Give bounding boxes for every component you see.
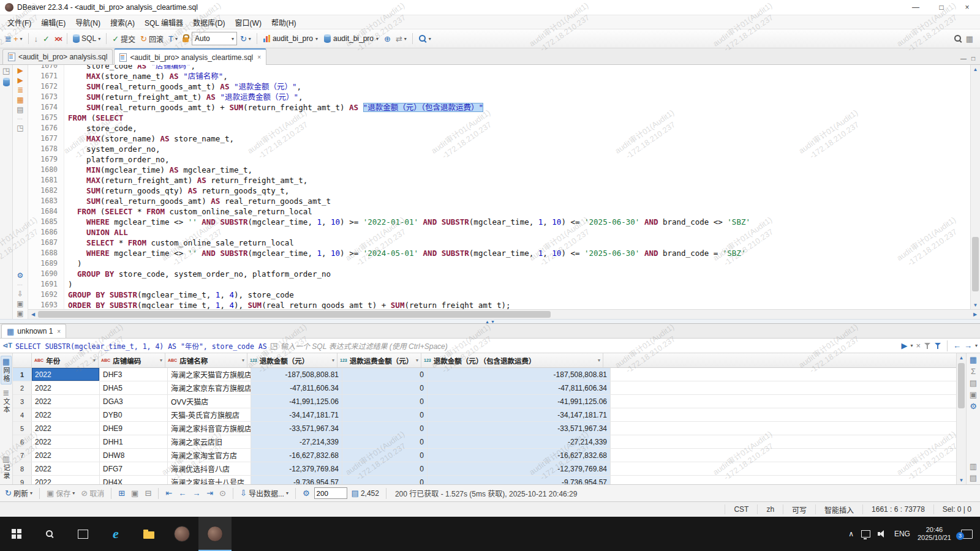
column-menu-icon[interactable]: ▾ <box>93 358 96 363</box>
scroll-down-icon[interactable]: ▼ <box>971 301 980 309</box>
grid-cell[interactable]: 2022 <box>32 381 100 394</box>
grid-cell[interactable]: 2022 <box>32 422 100 435</box>
duplicate-row-button[interactable]: ▣ <box>129 487 140 500</box>
editor-tab-0[interactable]: <audit_bi_pro> analysis.sql <box>2 49 113 64</box>
expand-filter-icon[interactable]: ◳ <box>270 342 277 350</box>
grid-cell[interactable]: 海澜之家天猫官方旗舰店 <box>168 368 251 381</box>
grid-cell[interactable]: 天猫-英氏官方旗舰店 <box>168 408 251 421</box>
settings-gear-icon[interactable]: ⚙ <box>17 272 24 279</box>
chevron-down-icon[interactable]: ▾ <box>975 343 978 348</box>
network-icon[interactable] <box>861 530 870 538</box>
grid-cell[interactable]: -9,736,954.57 <box>428 476 611 484</box>
grid-cell[interactable]: -34,147,181.71 <box>251 408 342 421</box>
rollback-button[interactable]: ↻回滚 <box>138 31 165 46</box>
query-log-icon[interactable]: ▤ <box>17 106 23 113</box>
result-grid[interactable]: ABC年份▾ABC店铺编码▾ABC店铺名称▾123退款金额（元）▾123退款运费… <box>13 353 956 484</box>
scroll-track[interactable] <box>971 73 980 301</box>
grid-cell[interactable]: 2022 <box>32 395 100 408</box>
filter-input[interactable]: 输入一个 SQL 表达式来过滤结果 (使用 Ctrl+Space) <box>281 340 898 351</box>
close-window-button[interactable]: × <box>954 0 980 15</box>
scroll-thumb[interactable] <box>958 363 965 408</box>
first-page-button[interactable]: ⇤ <box>164 487 174 500</box>
grid-cell[interactable]: DHA5 <box>100 381 168 394</box>
grid-cell[interactable]: DH4X <box>100 476 168 484</box>
fetch-next-button[interactable]: ↓ <box>32 31 40 46</box>
filter-settings-icon[interactable] <box>934 342 941 350</box>
references-panel-icon[interactable]: ▣ <box>970 391 977 399</box>
scroll-up-icon[interactable]: ▲ <box>957 353 966 362</box>
view-tab-text[interactable]: ≣ 文本 <box>1 387 12 416</box>
search-data-button[interactable]: ▾ <box>417 31 433 46</box>
editor-vertical-scrollbar[interactable]: ▲ ▼ <box>970 65 980 309</box>
grid-cell[interactable]: 0 <box>342 408 428 421</box>
grid-cell[interactable]: -16,627,832.68 <box>251 449 342 462</box>
value-panel-icon[interactable]: ▦ <box>970 356 977 364</box>
grid-cell[interactable]: -41,991,125.06 <box>251 395 342 408</box>
row-number-cell[interactable]: 9 <box>13 476 32 484</box>
grid-cell[interactable]: DHH1 <box>100 435 168 448</box>
expand-panel-icon[interactable]: ◳ <box>17 124 23 132</box>
aggregate-panel-icon[interactable]: Σ <box>971 367 976 375</box>
column-header-0[interactable]: ABC年份▾ <box>32 353 99 367</box>
execute-statement-icon[interactable]: ▶ <box>17 67 23 74</box>
autocommit-combo[interactable]: Auto▾ <box>192 32 237 45</box>
taskbar-clock[interactable]: 20:46 2025/10/21 <box>918 526 951 542</box>
grid-cell[interactable]: -33,571,967.34 <box>428 422 611 435</box>
scroll-right-icon[interactable]: ▶ <box>970 310 980 319</box>
editor-horizontal-scrollbar[interactable]: ◀ ▶ <box>28 309 980 319</box>
history-back-icon[interactable]: ← <box>953 342 961 350</box>
minimize-window-button[interactable]: — <box>903 0 929 15</box>
grid-cell[interactable]: -187,508,808.81 <box>251 368 342 381</box>
grid-cell[interactable]: 海澜之家京东官方旗舰店 <box>168 381 251 394</box>
execute-new-tab-icon[interactable]: ▶ <box>17 77 23 84</box>
scroll-left-icon[interactable]: ◀ <box>28 310 38 319</box>
action-center-icon[interactable]: 3 <box>961 530 973 539</box>
minimize-editor-icon[interactable]: — <box>960 55 967 62</box>
taskbar-explorer-button[interactable] <box>132 517 165 551</box>
go-to-row-button[interactable]: ⊙ <box>217 487 228 500</box>
next-page-button[interactable]: → <box>190 487 202 500</box>
restore-panel-icon[interactable]: ◳ <box>2 67 10 75</box>
add-row-button[interactable]: ⊞ <box>116 487 127 500</box>
column-header-4[interactable]: 123退款运费金额（元）▾ <box>337 353 421 367</box>
lock-button[interactable] <box>181 31 190 46</box>
layout-icon[interactable]: ▥ <box>970 462 977 470</box>
column-header-1[interactable]: ABC店铺编码▾ <box>99 353 165 367</box>
save-result-button[interactable]: ▣保存▾ <box>45 487 77 500</box>
new-sql-editor-button[interactable]: ≣+▾ <box>3 31 24 46</box>
last-page-button[interactable]: ⇥ <box>205 487 215 500</box>
grid-cell[interactable]: 海澜优选抖音八店 <box>168 462 251 475</box>
grid-cell[interactable]: OVV天猫店 <box>168 395 251 408</box>
column-menu-icon[interactable]: ▾ <box>598 358 600 363</box>
row-number-cell[interactable]: 3 <box>13 395 32 408</box>
grid-cell[interactable]: -33,571,967.34 <box>251 422 342 435</box>
validate-button[interactable]: ✓ <box>41 31 51 46</box>
transaction-mode-button[interactable]: T▾ <box>167 31 179 46</box>
scroll-up-icon[interactable]: ▲ <box>971 65 980 73</box>
menu-item-2[interactable]: 导航(N) <box>70 16 105 29</box>
scroll-down-icon[interactable]: ▼ <box>957 476 966 484</box>
grid-cell[interactable]: 0 <box>342 422 428 435</box>
export-result-icon[interactable]: ⇩ <box>17 290 23 298</box>
grid-cell[interactable]: DGA3 <box>100 395 168 408</box>
export-data-button[interactable]: ⇩导出数据...▾ <box>238 487 290 500</box>
menu-item-1[interactable]: 编辑(E) <box>36 16 70 29</box>
erase-filter-icon[interactable]: × <box>916 342 921 350</box>
task-view-button[interactable] <box>66 517 99 551</box>
taskbar-ie-button[interactable]: e <box>99 517 132 551</box>
sql-menu-button[interactable]: SQL▾ <box>71 31 102 46</box>
results-tab[interactable]: ▦ unknown 1 × <box>1 324 66 338</box>
grid-vertical-scrollbar[interactable]: ▲ ▼ <box>956 353 966 484</box>
global-search-icon[interactable] <box>954 34 962 43</box>
volume-icon[interactable] <box>878 530 887 538</box>
row-number-cell[interactable]: 6 <box>13 435 32 448</box>
editor-results-splitter[interactable]: ▲ ▼ <box>0 319 980 323</box>
menu-item-7[interactable]: 帮助(H) <box>266 16 301 29</box>
code-area[interactable]: 1670 store_code AS "店铺编码",1671 MAX(store… <box>28 65 970 309</box>
editor-tab-1[interactable]: <audit_bi_pro> analysis_cleartime.sql× <box>114 48 266 65</box>
grid-cell[interactable]: -41,991,125.06 <box>428 395 611 408</box>
chevron-down-icon[interactable]: ▾ <box>910 343 913 348</box>
grid-cell[interactable]: -27,214,339 <box>428 435 611 448</box>
grid-cell[interactable]: 海澜之家抖音十八号店 <box>168 476 251 484</box>
prev-page-button[interactable]: ← <box>176 487 188 500</box>
